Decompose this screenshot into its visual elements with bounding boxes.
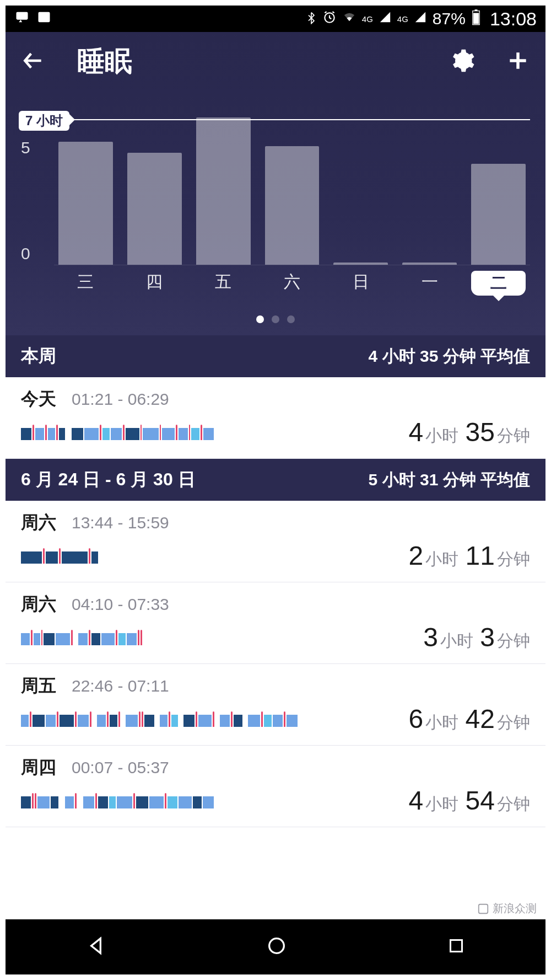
svg-point-7 <box>269 939 284 954</box>
bluetooth-icon <box>306 10 317 28</box>
app-header: 睡眠 <box>6 32 545 94</box>
page-title: 睡眠 <box>77 43 451 80</box>
sleep-strip <box>21 425 214 440</box>
add-button[interactable] <box>506 49 530 75</box>
section-title: 本周 <box>21 344 56 368</box>
chart-bar[interactable] <box>333 263 388 265</box>
net2-label: 4G <box>397 14 408 24</box>
x-axis-label[interactable]: 日 <box>333 271 388 296</box>
net1-label: 4G <box>362 14 373 24</box>
chart-bar[interactable] <box>265 146 320 265</box>
statusbar: 4G 4G 87% 13:08 <box>6 6 545 32</box>
y-tick: 0 <box>21 244 30 263</box>
svg-rect-6 <box>479 904 488 913</box>
entry-duration: 6小时 42分钟 <box>407 704 530 734</box>
entry-day: 今天 <box>21 387 56 411</box>
sleep-strip <box>21 711 307 727</box>
entry-range: 04:10 - 07:33 <box>72 595 169 614</box>
x-axis-label[interactable]: 六 <box>265 271 320 296</box>
x-axis-label[interactable]: 二 <box>471 271 526 296</box>
x-axis-label[interactable]: 四 <box>127 271 182 296</box>
sleep-entry[interactable]: 周五22:46 - 07:116小时 42分钟 <box>6 664 545 746</box>
x-axis: 三四五六日一二 <box>54 265 530 296</box>
chart-bar[interactable] <box>58 142 113 265</box>
svg-rect-1 <box>39 12 50 22</box>
entry-range: 13:44 - 15:59 <box>72 513 169 532</box>
entry-day: 周六 <box>21 592 56 617</box>
entry-day: 周四 <box>21 756 56 780</box>
system-navbar <box>6 919 545 974</box>
battery-icon <box>471 9 481 29</box>
chart-bar[interactable] <box>471 164 526 265</box>
sleep-strip <box>21 548 98 564</box>
pager-dots[interactable] <box>6 300 545 335</box>
entry-duration: 3小时 3分钟 <box>421 622 530 652</box>
bars-container <box>54 100 530 265</box>
chat-icon <box>14 9 30 29</box>
entry-duration: 2小时 11分钟 <box>407 540 530 571</box>
goal-line <box>66 119 530 120</box>
sleep-entry[interactable]: 今天01:21 - 06:294小时 35分钟 <box>6 377 545 459</box>
pager-dot[interactable] <box>287 315 295 323</box>
nav-home-button[interactable] <box>266 935 288 959</box>
section-title: 6 月 24 日 - 6 月 30 日 <box>21 468 196 492</box>
section-avg: 4 小时 35 分钟 平均值 <box>369 345 530 368</box>
chart-bar[interactable] <box>196 117 251 265</box>
entry-range: 00:07 - 05:37 <box>72 758 169 777</box>
signal2-icon <box>414 11 427 26</box>
entry-duration: 4小时 54分钟 <box>407 785 530 816</box>
settings-button[interactable] <box>451 49 475 75</box>
sleep-strip <box>21 630 142 645</box>
entry-day: 周五 <box>21 674 56 698</box>
nav-back-button[interactable] <box>85 935 107 959</box>
goal-badge: 7 小时 <box>19 111 69 131</box>
entry-day: 周六 <box>21 511 56 535</box>
sleep-entry[interactable]: 周六13:44 - 15:592小时 11分钟 <box>6 501 545 582</box>
section-header: 本周4 小时 35 分钟 平均值 <box>6 335 545 377</box>
sleep-strip <box>21 793 219 808</box>
battery-percent: 87% <box>433 9 466 28</box>
section-avg: 5 小时 31 分钟 平均值 <box>369 469 530 491</box>
svg-rect-4 <box>474 9 477 11</box>
chart-bar[interactable] <box>127 153 182 265</box>
pager-dot[interactable] <box>256 315 264 323</box>
pager-dot[interactable] <box>272 315 279 323</box>
x-axis-label[interactable]: 五 <box>196 271 251 296</box>
image-icon <box>36 9 52 29</box>
entry-range: 22:46 - 07:11 <box>72 677 169 695</box>
svg-rect-5 <box>473 13 479 24</box>
alarm-icon <box>322 10 337 28</box>
signal1-icon <box>379 11 392 26</box>
nav-recents-button[interactable] <box>446 936 466 958</box>
clock-time: 13:08 <box>490 8 537 30</box>
chart-bar[interactable] <box>402 263 457 265</box>
section-header: 6 月 24 日 - 6 月 30 日5 小时 31 分钟 平均值 <box>6 459 545 501</box>
sleep-list: 本周4 小时 35 分钟 平均值今天01:21 - 06:294小时 35分钟6… <box>6 335 545 827</box>
entry-range: 01:21 - 06:29 <box>72 390 169 409</box>
back-button[interactable] <box>21 49 45 75</box>
sleep-entry[interactable]: 周四00:07 - 05:374小时 54分钟 <box>6 746 545 827</box>
x-axis-label[interactable]: 三 <box>58 271 113 296</box>
entry-duration: 4小时 35分钟 <box>407 417 530 447</box>
wifi-icon <box>342 11 356 26</box>
svg-rect-0 <box>17 12 28 19</box>
sleep-entry[interactable]: 周六04:10 - 07:333小时 3分钟 <box>6 582 545 664</box>
x-axis-label[interactable]: 一 <box>402 271 457 296</box>
svg-rect-8 <box>451 940 462 952</box>
sleep-chart[interactable]: 7 小时 5 0 三四五六日一二 <box>6 94 545 300</box>
y-tick: 5 <box>21 138 30 157</box>
watermark: 新浪众测 <box>477 901 537 916</box>
